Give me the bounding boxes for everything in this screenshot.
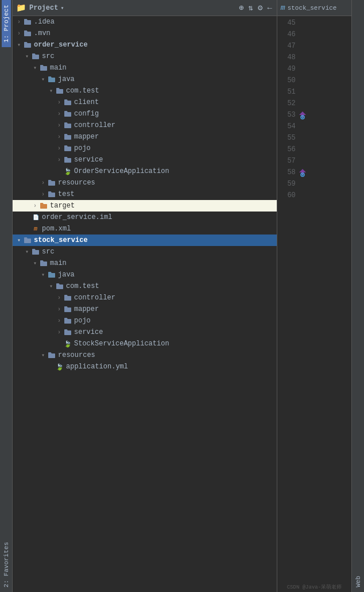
- favorites-tab[interactable]: 2: Favorites: [2, 537, 11, 592]
- tree-node[interactable]: 🍃 OrderServiceApplication: [13, 166, 277, 177]
- tree-node[interactable]: ▾ com.test: [13, 280, 277, 292]
- line-row: 48: [277, 52, 351, 63]
- folder-icon: [47, 190, 56, 199]
- tree-arrow[interactable]: ▾: [39, 271, 47, 278]
- tree-node-label: order_service: [34, 41, 88, 49]
- folder-icon: [63, 155, 72, 164]
- tree-node[interactable]: › mapper: [13, 131, 277, 143]
- tree-node[interactable]: ▾ src: [13, 51, 277, 62]
- tree-arrow[interactable]: ▾: [39, 76, 47, 83]
- tree-arrow[interactable]: ›: [55, 134, 63, 140]
- tree-arrow[interactable]: ▾: [15, 41, 23, 48]
- tree-node[interactable]: › service: [13, 154, 277, 166]
- folder-icon: [23, 236, 32, 245]
- tree-node[interactable]: m pom.xml: [13, 223, 277, 235]
- header-icon-back[interactable]: ←: [266, 2, 273, 14]
- tree-node-label: pojo: [74, 317, 91, 325]
- tree-node[interactable]: ▾ resources: [13, 349, 277, 361]
- tree-node[interactable]: › service: [13, 326, 277, 338]
- tree-node[interactable]: ▾ main: [13, 257, 277, 269]
- tree-node[interactable]: ▾ main: [13, 62, 277, 74]
- tree-node[interactable]: ▾ java: [13, 74, 277, 85]
- tree-node-label: pojo: [74, 144, 91, 152]
- line-row: 49: [277, 63, 351, 75]
- line-number: 47: [282, 42, 296, 50]
- line-number: 50: [282, 76, 296, 84]
- folder-icon: [47, 178, 56, 187]
- tree-node[interactable]: › client: [13, 97, 277, 108]
- panel-dropdown-arrow[interactable]: ▾: [60, 5, 64, 11]
- tree-arrow[interactable]: ▾: [39, 352, 47, 359]
- tree-node[interactable]: › controller: [13, 292, 277, 303]
- tree-node[interactable]: ▾ order_service: [13, 39, 277, 51]
- tree-node[interactable]: ▾ stock_service: [13, 235, 277, 246]
- tree-node[interactable]: ▾ src: [13, 246, 277, 257]
- tree-node[interactable]: › resources: [13, 177, 277, 189]
- tree-node[interactable]: › controller: [13, 120, 277, 131]
- tree-node[interactable]: › target: [13, 200, 277, 212]
- gutter-marker: [296, 168, 309, 177]
- tree-arrow[interactable]: ›: [55, 306, 63, 313]
- tree-arrow[interactable]: ›: [39, 180, 47, 186]
- folder-icon: [23, 29, 32, 38]
- tree-node[interactable]: 🍃 StockServiceApplication: [13, 338, 277, 349]
- tree-arrow[interactable]: ›: [55, 157, 63, 163]
- tree-arrow[interactable]: ▾: [23, 53, 31, 60]
- tree-node[interactable]: 📄 order_service.iml: [13, 212, 277, 223]
- tree-node-label: .idea: [34, 18, 55, 26]
- project-tab[interactable]: 1: Project: [2, 0, 11, 47]
- tree-arrow[interactable]: ›: [55, 295, 63, 301]
- tree-arrow[interactable]: ▾: [31, 64, 39, 71]
- header-icon-sort[interactable]: ⇅: [247, 2, 254, 14]
- line-row: 54: [277, 121, 351, 132]
- tree-node[interactable]: 🍃 application.yml: [13, 361, 277, 372]
- tree-arrow[interactable]: ›: [15, 30, 23, 37]
- tree-node[interactable]: › test: [13, 189, 277, 200]
- tree-arrow[interactable]: ▾: [31, 260, 39, 267]
- tree-arrow[interactable]: ›: [55, 318, 63, 324]
- line-row: 45: [277, 17, 351, 29]
- web-tab[interactable]: Web: [354, 571, 363, 592]
- tree-container[interactable]: › .idea › .mvn ▾ order_service ▾ src ▾ m…: [13, 16, 277, 592]
- tree-node[interactable]: › .idea: [13, 16, 277, 28]
- panel-folder-icon: 📁: [16, 3, 26, 13]
- tree-node-label: service: [74, 328, 103, 336]
- folder-icon: [63, 316, 72, 325]
- tree-arrow[interactable]: ▾: [47, 283, 55, 290]
- tree-arrow[interactable]: ›: [39, 191, 47, 198]
- folder-icon: [63, 305, 72, 314]
- tree-arrow[interactable]: ›: [55, 329, 63, 336]
- tree-arrow[interactable]: ›: [31, 203, 39, 209]
- tree-node[interactable]: ▾ com.test: [13, 85, 277, 97]
- tree-node[interactable]: › mapper: [13, 303, 277, 315]
- tree-node[interactable]: › pojo: [13, 315, 277, 326]
- gutter-marker: [296, 110, 309, 120]
- line-number: 49: [282, 65, 296, 73]
- tree-node-label: service: [74, 156, 103, 164]
- line-number: 51: [282, 88, 296, 96]
- line-number: 53: [282, 111, 296, 119]
- tree-arrow[interactable]: ›: [15, 19, 23, 25]
- tree-arrow[interactable]: ›: [55, 111, 63, 117]
- tree-node[interactable]: › pojo: [13, 143, 277, 154]
- tree-node-label: resources: [58, 179, 95, 187]
- line-numbers: 45 46 47 48 49 50 51 52 53 54 55 56: [277, 16, 351, 582]
- tree-node-label: pom.xml: [42, 225, 71, 233]
- tree-arrow[interactable]: ▾: [47, 87, 55, 94]
- header-icon-gear[interactable]: ⚙: [257, 2, 264, 14]
- header-icon-globe[interactable]: ⊕: [238, 2, 245, 14]
- tree-arrow[interactable]: ▾: [23, 248, 31, 255]
- tree-node[interactable]: ▾ java: [13, 269, 277, 280]
- tree-node[interactable]: › .mvn: [13, 28, 277, 39]
- tree-arrow[interactable]: ▾: [15, 237, 23, 244]
- tree-node-label: test: [58, 190, 75, 198]
- tree-node[interactable]: › config: [13, 108, 277, 120]
- folder-icon: [63, 144, 72, 153]
- folder-icon: [63, 98, 72, 107]
- tree-node-label: order_service.iml: [42, 213, 112, 221]
- tree-node-label: config: [74, 110, 99, 118]
- tree-arrow[interactable]: ›: [55, 122, 63, 129]
- tree-node-label: src: [42, 248, 55, 256]
- tree-arrow[interactable]: ›: [55, 145, 63, 152]
- tree-arrow[interactable]: ›: [55, 99, 63, 106]
